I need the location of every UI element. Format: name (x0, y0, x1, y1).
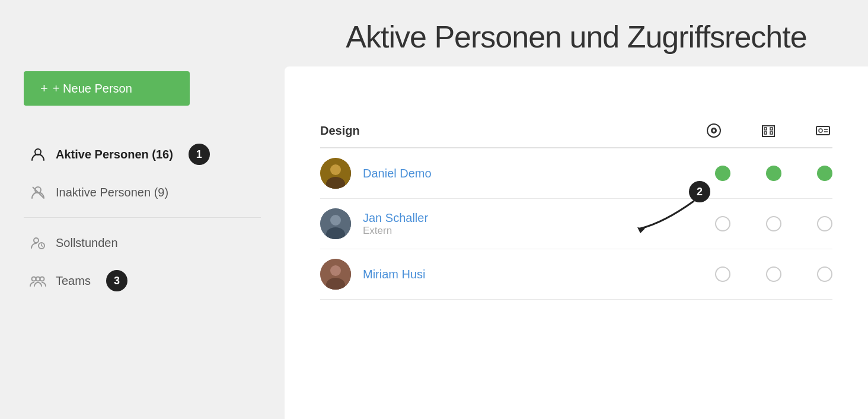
building-icon (759, 121, 778, 140)
new-person-label: + Neue Person (53, 82, 132, 96)
svg-point-18 (819, 129, 822, 132)
status-dots-daniel (715, 166, 832, 181)
teams-icon (30, 272, 46, 289)
teams-label: Teams (56, 274, 91, 288)
active-persons-label: Aktive Personen (16) (56, 148, 173, 161)
svg-rect-15 (770, 132, 773, 134)
id-card-icon (813, 121, 832, 140)
dot-daniel-3 (817, 166, 832, 181)
person-info-jan: Jan Schaller Extern (363, 211, 715, 237)
annotation-1: 1 (189, 144, 210, 165)
person-subtitle-jan: Extern (363, 225, 715, 237)
page-header: Aktive Personen und Zugriffsrechte (285, 0, 868, 66)
status-dots-miriam (715, 266, 832, 282)
radio-view-icon (704, 121, 723, 140)
table-row: Jan Schaller Extern 2 (320, 199, 832, 249)
main-content: Aktive Personen und Zugriffsrechte Desig… (285, 0, 868, 419)
column-icons-header (704, 121, 832, 140)
sidebar-item-teams[interactable]: Teams 3 (24, 262, 261, 300)
new-person-button[interactable]: + + Neue Person (24, 71, 190, 106)
svg-rect-13 (770, 128, 773, 130)
svg-rect-14 (764, 132, 767, 134)
sidebar-nav: Aktive Personen (16) 1 Inaktive Personen… (24, 135, 261, 300)
person-clock-icon (30, 234, 46, 251)
person-icon (30, 146, 46, 163)
svg-point-22 (330, 164, 341, 175)
dot-jan-1 (715, 216, 730, 231)
avatar-jan (320, 208, 351, 239)
svg-line-2 (33, 187, 43, 198)
sidebar: + + Neue Person Aktive Personen (16) 1 (0, 0, 285, 419)
dot-daniel-1 (715, 166, 730, 181)
annotation-3: 3 (106, 270, 127, 291)
dot-daniel-2 (766, 166, 781, 181)
person-name-jan[interactable]: Jan Schaller (363, 211, 715, 225)
person-name-daniel[interactable]: Daniel Demo (363, 167, 715, 180)
avatar-daniel (320, 158, 351, 189)
column-design-header: Design (320, 124, 704, 138)
sollstunden-label: Sollstunden (56, 236, 118, 250)
svg-point-25 (330, 215, 341, 226)
sidebar-item-active-persons[interactable]: Aktive Personen (16) 1 (24, 135, 261, 173)
dot-miriam-1 (715, 266, 730, 282)
person-name-miriam[interactable]: Miriam Husi (363, 268, 715, 281)
avatar-miriam (320, 259, 351, 290)
content-panel: Design (285, 66, 868, 419)
dot-jan-2 (766, 216, 781, 231)
person-info-daniel: Daniel Demo (363, 167, 715, 180)
persons-table: Design (320, 114, 832, 300)
sidebar-item-inactive-persons[interactable]: Inaktive Personen (9) (24, 176, 261, 209)
svg-point-10 (713, 129, 715, 132)
status-dots-jan (715, 216, 832, 231)
dot-jan-3 (817, 216, 832, 231)
dot-miriam-2 (766, 266, 781, 282)
table-row: Daniel Demo (320, 148, 832, 199)
svg-rect-12 (764, 128, 767, 130)
svg-point-7 (40, 277, 44, 281)
person-off-icon (30, 184, 46, 201)
dot-miriam-3 (817, 266, 832, 282)
table-row: Miriam Husi (320, 249, 832, 300)
svg-point-31 (330, 265, 341, 276)
person-info-miriam: Miriam Husi (363, 268, 715, 281)
plus-icon: + (40, 81, 48, 96)
sidebar-item-sollstunden[interactable]: Sollstunden (24, 226, 261, 259)
svg-point-3 (34, 238, 39, 243)
table-header: Design (320, 114, 832, 148)
inactive-persons-label: Inaktive Personen (9) (56, 186, 168, 199)
svg-point-6 (36, 277, 40, 281)
page-title: Aktive Personen und Zugriffsrechte (313, 19, 840, 55)
svg-point-5 (32, 277, 36, 281)
